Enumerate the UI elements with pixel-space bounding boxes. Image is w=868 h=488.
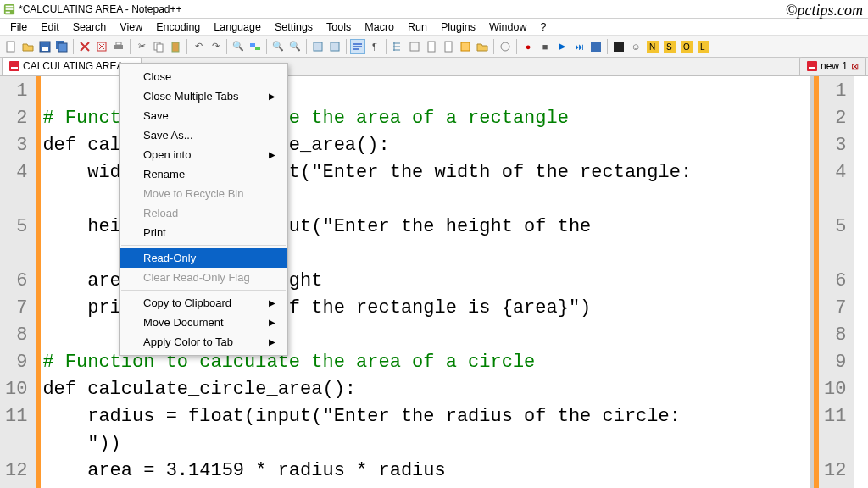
zoom-in-icon[interactable]: 🔍 bbox=[270, 39, 286, 54]
code-line[interactable]: area = 3.14159 * radius * radius bbox=[42, 458, 810, 485]
func-list-icon[interactable] bbox=[458, 39, 473, 54]
sync-h-icon[interactable] bbox=[327, 39, 342, 54]
menu-language[interactable]: Language bbox=[207, 19, 268, 35]
s-badge-icon[interactable]: S bbox=[662, 39, 677, 54]
close-all-icon[interactable] bbox=[94, 39, 109, 54]
context-menu-item[interactable]: Close bbox=[120, 67, 287, 86]
tab-close-icon[interactable]: ⊠ bbox=[851, 61, 859, 72]
context-menu-item[interactable]: Apply Color to Tab▶ bbox=[120, 332, 287, 352]
replace-icon[interactable] bbox=[248, 39, 263, 54]
svg-text:S: S bbox=[666, 42, 672, 52]
svg-rect-17 bbox=[314, 42, 322, 51]
context-menu-item[interactable]: Copy to Clipboard▶ bbox=[120, 293, 287, 313]
doc-map-icon[interactable] bbox=[424, 39, 439, 54]
show-all-chars-icon[interactable]: ¶ bbox=[367, 39, 382, 54]
play-icon[interactable]: ▶ bbox=[554, 39, 570, 54]
context-menu-item[interactable]: Close Multiple Tabs▶ bbox=[120, 86, 287, 106]
toolbar-separator bbox=[516, 39, 517, 54]
code-line[interactable]: def calculate_circle_area(): bbox=[42, 376, 810, 403]
save-macro-icon[interactable] bbox=[588, 39, 604, 54]
svg-rect-21 bbox=[445, 42, 452, 52]
toolbar-separator bbox=[346, 39, 347, 54]
line-number: 5 bbox=[824, 214, 846, 241]
find-icon[interactable]: 🔍 bbox=[231, 39, 246, 54]
copy-icon[interactable] bbox=[151, 39, 166, 54]
context-menu-label: Read-Only bbox=[143, 252, 196, 264]
context-menu-item[interactable]: Read-Only bbox=[120, 248, 287, 268]
context-menu-item[interactable]: Rename bbox=[120, 164, 287, 184]
o-badge-icon[interactable]: O bbox=[679, 39, 694, 54]
l-badge-icon[interactable]: L bbox=[696, 39, 711, 54]
line-number-gutter: 1234 5 67891011 12131415 bbox=[0, 76, 41, 488]
context-menu-label: Close Multiple Tabs bbox=[143, 90, 238, 103]
monitoring-icon[interactable] bbox=[498, 39, 513, 54]
context-menu-item[interactable]: Print bbox=[120, 223, 287, 242]
userlang-icon[interactable] bbox=[407, 39, 422, 54]
line-number bbox=[824, 241, 846, 268]
code-line[interactable]: ")) bbox=[42, 430, 810, 458]
zoom-out-icon[interactable]: 🔍 bbox=[287, 39, 303, 54]
line-number: 4 bbox=[5, 159, 27, 186]
menu-file[interactable]: File bbox=[3, 19, 34, 35]
context-menu-item[interactable]: Save bbox=[120, 106, 287, 125]
redo-icon[interactable]: ↷ bbox=[208, 39, 223, 54]
context-menu-label: Move to Recycle Bin bbox=[143, 187, 244, 200]
context-menu-label: Clear Read-Only Flag bbox=[143, 271, 250, 284]
context-menu-label: Rename bbox=[143, 168, 185, 180]
open-file-icon[interactable] bbox=[20, 39, 36, 54]
menu-edit[interactable]: Edit bbox=[34, 19, 66, 35]
wordwrap-icon[interactable] bbox=[350, 39, 365, 54]
svg-rect-25 bbox=[614, 42, 624, 52]
indent-guide-icon[interactable] bbox=[390, 39, 405, 54]
code-line[interactable]: radius = float(input("Enter the radius o… bbox=[42, 403, 810, 430]
play-multi-icon[interactable]: ⏭ bbox=[571, 39, 587, 54]
save-all-icon[interactable] bbox=[54, 39, 70, 54]
svg-rect-8 bbox=[58, 43, 67, 52]
print-icon[interactable] bbox=[111, 39, 126, 54]
toolbar: ✂ ↶ ↷ 🔍 🔍 🔍 ¶ ● ■ ▶ ⏭ ☺ N S O L bbox=[0, 36, 868, 58]
context-menu-item[interactable]: Open into▶ bbox=[120, 145, 287, 164]
context-menu-item[interactable]: Move Document▶ bbox=[120, 313, 287, 332]
paste-icon[interactable] bbox=[168, 39, 183, 54]
menu-search[interactable]: Search bbox=[66, 19, 114, 35]
undo-icon[interactable]: ↶ bbox=[191, 39, 206, 54]
line-number: 9 bbox=[824, 349, 846, 376]
menu-help[interactable]: ? bbox=[533, 19, 553, 35]
svg-rect-10 bbox=[114, 45, 123, 49]
disk-unsaved-icon bbox=[807, 61, 817, 71]
sync-v-icon[interactable] bbox=[310, 39, 326, 54]
smiley-icon[interactable]: ☺ bbox=[628, 39, 643, 54]
code-line[interactable]: print(f"The area of the circle is {area}… bbox=[42, 485, 810, 488]
new-file-icon[interactable] bbox=[3, 39, 19, 54]
tab-other[interactable]: new 1 ⊠ bbox=[799, 57, 866, 75]
stop-icon[interactable]: ■ bbox=[537, 39, 553, 54]
save-icon[interactable] bbox=[37, 39, 53, 54]
folder-workspace-icon[interactable] bbox=[475, 39, 490, 54]
menu-encoding[interactable]: Encoding bbox=[149, 19, 207, 35]
doc-list-icon[interactable] bbox=[441, 39, 456, 54]
toolbar-separator bbox=[306, 39, 307, 54]
submenu-arrow-icon: ▶ bbox=[269, 337, 275, 347]
menu-tools[interactable]: Tools bbox=[320, 19, 358, 35]
dark-badge-icon[interactable] bbox=[611, 39, 626, 54]
close-icon[interactable] bbox=[77, 39, 92, 54]
menu-window[interactable]: Window bbox=[482, 19, 533, 35]
line-number: 7 bbox=[5, 295, 27, 322]
n-badge-icon[interactable]: N bbox=[645, 39, 660, 54]
context-menu-item[interactable]: Save As... bbox=[120, 125, 287, 145]
tab-label: new 1 bbox=[821, 60, 848, 72]
line-number: 1 bbox=[5, 78, 27, 105]
context-menu-label: Copy to Clipboard bbox=[143, 297, 231, 309]
svg-rect-20 bbox=[428, 42, 435, 52]
line-number: 3 bbox=[824, 132, 846, 159]
menu-plugins[interactable]: Plugins bbox=[434, 19, 482, 35]
cut-icon[interactable]: ✂ bbox=[134, 39, 149, 54]
menu-settings[interactable]: Settings bbox=[268, 19, 320, 35]
submenu-arrow-icon: ▶ bbox=[269, 92, 275, 101]
svg-rect-18 bbox=[331, 42, 339, 51]
record-icon[interactable]: ● bbox=[520, 39, 536, 54]
toolbar-separator bbox=[73, 39, 74, 54]
menu-view[interactable]: View bbox=[113, 19, 149, 35]
menu-run[interactable]: Run bbox=[401, 19, 434, 35]
menu-macro[interactable]: Macro bbox=[358, 19, 401, 35]
